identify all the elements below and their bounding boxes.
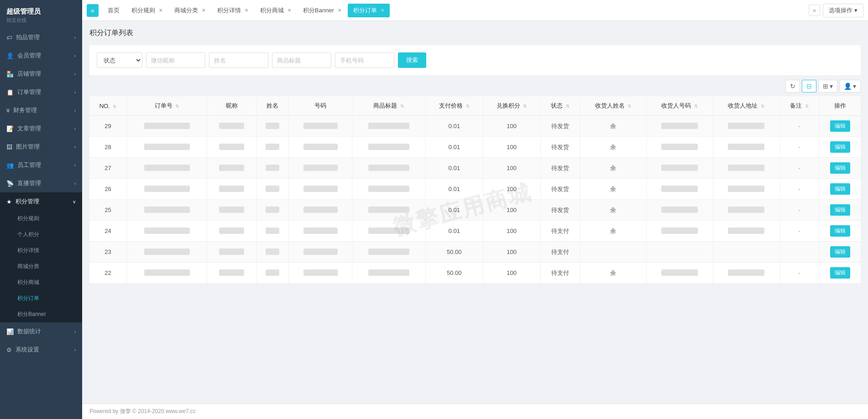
edit-button[interactable]: 编辑 xyxy=(830,183,850,195)
sidebar-sub-item-orders[interactable]: 积分订单 xyxy=(0,290,82,306)
chevron-down-icon: ▾ xyxy=(853,83,856,90)
sidebar-item-settings[interactable]: ⚙系统设置 › xyxy=(0,341,82,359)
cell-status: 待发货 xyxy=(540,137,580,158)
cell-nickname xyxy=(207,137,256,158)
cell-no: 25 xyxy=(89,200,127,221)
tab-close-icon[interactable]: ✕ xyxy=(202,8,205,13)
wechat-input[interactable] xyxy=(146,52,205,68)
tab-home[interactable]: 首页 xyxy=(102,4,125,17)
cell-points: 100 xyxy=(483,116,540,137)
tab-points-banner[interactable]: 积分Banner ✕ xyxy=(298,4,347,17)
refresh-button[interactable]: ↻ xyxy=(785,80,800,93)
live-icon: 📡 xyxy=(6,180,14,187)
tab-points-details[interactable]: 积分详情 ✕ xyxy=(212,4,254,17)
sidebar-item-stats[interactable]: 📊数据统计 › xyxy=(0,322,82,341)
nav-back-button[interactable]: « xyxy=(87,4,99,17)
cell-receiver-name: 余 xyxy=(580,179,646,200)
column-settings-button[interactable]: ⊞ ▾ xyxy=(818,80,837,93)
cell-remark: - xyxy=(779,263,819,284)
cell-product xyxy=(352,158,425,179)
tab-points-rules[interactable]: 积分规则 ✕ xyxy=(126,4,168,17)
sidebar-item-staff[interactable]: 👥员工管理 › xyxy=(0,156,82,174)
edit-button[interactable]: 编辑 xyxy=(830,246,850,258)
edit-button[interactable]: 编辑 xyxy=(830,141,850,153)
edit-button[interactable]: 编辑 xyxy=(830,120,850,132)
actions-button[interactable]: 选项操作 ▾ xyxy=(823,4,863,17)
tab-points-orders[interactable]: 积分订单 ✕ xyxy=(348,4,390,17)
cell-status: 待发货 xyxy=(540,158,580,179)
sidebar-sub-item-shopcat[interactable]: 商城分类 xyxy=(0,259,82,274)
cell-points: 100 xyxy=(483,242,540,263)
cell-phone xyxy=(289,179,352,200)
sidebar-item-points[interactable]: ★积分管理 ∨ xyxy=(0,192,82,211)
chevron-down-icon: ▾ xyxy=(830,83,833,90)
nav-forward-button[interactable]: » xyxy=(809,5,820,16)
sidebar-item-article[interactable]: 📝文章管理 › xyxy=(0,119,82,138)
edit-button[interactable]: 编辑 xyxy=(830,267,850,279)
col-nickname: 昵称 xyxy=(207,96,256,116)
cell-phone xyxy=(289,242,352,263)
tab-label: 积分订单 xyxy=(353,6,377,15)
sidebar-sub-item-mall[interactable]: 积分商城 xyxy=(0,274,82,290)
tab-label: 积分商城 xyxy=(260,6,284,15)
cell-nickname xyxy=(207,200,256,221)
edit-button[interactable]: 编辑 xyxy=(830,162,850,174)
footer: Powered by 微擎 © 2014-2020 www.we7.cc xyxy=(82,403,868,419)
sidebar-item-shop[interactable]: 🏪店铺管理 › xyxy=(0,65,82,83)
sidebar-item-finance[interactable]: ¥财务管理 › xyxy=(0,101,82,119)
sidebar-item-auction[interactable]: 🏷拍品管理 › xyxy=(0,28,82,47)
sidebar-item-live[interactable]: 📡直播管理 › xyxy=(0,174,82,192)
sidebar-item-image[interactable]: 🖼图片管理 › xyxy=(0,138,82,156)
cell-name xyxy=(256,263,289,284)
cell-product xyxy=(352,200,425,221)
cell-phone xyxy=(289,200,352,221)
sidebar-item-order[interactable]: 📋订单管理 › xyxy=(0,83,82,101)
grid-view-button[interactable]: ⊟ xyxy=(802,80,816,93)
cell-receiver-addr xyxy=(713,242,779,263)
cell-phone xyxy=(289,221,352,242)
chevron-right-icon: › xyxy=(74,181,76,186)
chevron-right-icon: › xyxy=(74,72,76,77)
cell-name xyxy=(256,179,289,200)
sidebar-sub-item-personal[interactable]: 个人积分 xyxy=(0,227,82,243)
sidebar-item-label: 图片管理 xyxy=(16,143,40,151)
phone-input[interactable] xyxy=(335,52,394,68)
tab-shop-cat[interactable]: 商城分类 ✕ xyxy=(169,4,211,17)
columns-icon: ⊞ xyxy=(823,83,828,90)
cell-name xyxy=(256,158,289,179)
cell-action: 编辑 xyxy=(819,116,861,137)
refresh-icon: ↻ xyxy=(790,83,795,90)
tab-close-icon[interactable]: ✕ xyxy=(245,8,248,13)
cell-name xyxy=(256,221,289,242)
edit-button[interactable]: 编辑 xyxy=(830,204,850,216)
chevron-right-icon: › xyxy=(74,108,76,113)
edit-button[interactable]: 编辑 xyxy=(830,225,850,237)
tab-close-icon[interactable]: ✕ xyxy=(338,8,341,13)
tab-close-icon[interactable]: ✕ xyxy=(381,8,384,13)
table-row: 29 0.01 100 待发货 余 - 编辑 xyxy=(89,116,861,137)
cell-points: 100 xyxy=(483,179,540,200)
name-input[interactable] xyxy=(209,52,268,68)
tab-close-icon[interactable]: ✕ xyxy=(159,8,162,13)
user-action-button[interactable]: 👤 ▾ xyxy=(839,80,861,93)
filter-bar: 状态 全部 待发货 待支付 已完成 已取消 搜索 xyxy=(89,45,861,75)
table-row: 22 50.00 100 待支付 余 - 编辑 xyxy=(89,263,861,284)
cell-action: 编辑 xyxy=(819,200,861,221)
sidebar-item-member[interactable]: 👤会员管理 › xyxy=(0,47,82,65)
tab-close-icon[interactable]: ✕ xyxy=(288,8,291,13)
cell-receiver-addr xyxy=(713,200,779,221)
cell-price: 50.00 xyxy=(425,242,483,263)
status-select[interactable]: 状态 全部 待发货 待支付 已完成 已取消 xyxy=(97,52,142,68)
sidebar-sub-item-details[interactable]: 积分详情 xyxy=(0,243,82,259)
cell-product xyxy=(352,221,425,242)
sidebar-sub-item-rules[interactable]: 积分规则 xyxy=(0,211,82,227)
table-row: 28 0.01 100 待发货 余 - 编辑 xyxy=(89,137,861,158)
tab-points-mall[interactable]: 积分商城 ✕ xyxy=(255,4,297,17)
cell-remark: - xyxy=(779,158,819,179)
sidebar-sub-item-banner[interactable]: 积分Banner xyxy=(0,306,82,322)
sidebar-nav: 🏷拍品管理 › 👤会员管理 › 🏪店铺管理 › 📋订单管理 › ¥财务管理 › … xyxy=(0,28,82,419)
product-input[interactable] xyxy=(272,52,331,68)
cell-no: 29 xyxy=(89,116,127,137)
sidebar-item-label: 直播管理 xyxy=(17,179,41,187)
search-button[interactable]: 搜索 xyxy=(398,52,426,68)
